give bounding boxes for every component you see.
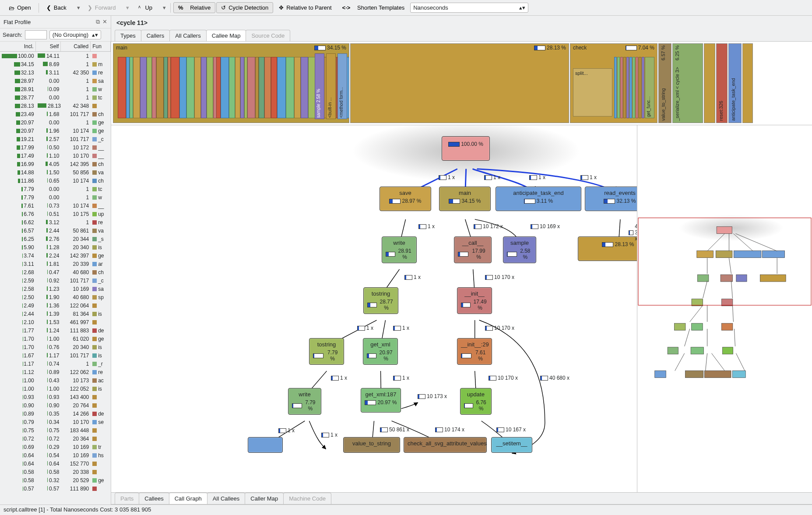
table-row[interactable]: 0.57 0.57111 890 — [0, 484, 111, 493]
treemap-block[interactable]: 28.13 % — [350, 43, 569, 123]
tab-types[interactable]: Types — [115, 30, 141, 41]
graph-node-getxml187[interactable]: get_xml:18720.97 % — [361, 388, 401, 413]
graph-node-setitem[interactable]: __setitem__ — [491, 437, 532, 453]
table-row[interactable]: 7.61 0.7310 174__ — [0, 201, 111, 210]
flat-table-header[interactable]: Incl. Self Called Fun — [0, 42, 111, 52]
cycle-detection-toggle[interactable]: ↺Cycle Detection — [216, 2, 273, 13]
table-row[interactable]: 1.17 0.741_r — [0, 360, 111, 368]
graph-node-save[interactable]: save 28.97 % — [380, 187, 431, 211]
table-row[interactable]: 5.90 1.2820 340is — [0, 243, 111, 251]
table-row[interactable]: 7.79 0.001tc — [0, 185, 111, 193]
table-row[interactable]: 20.97 0.001ge — [0, 118, 111, 127]
table-row[interactable]: 1.70 0.7620 340is — [0, 343, 111, 351]
treemap-block[interactable]: _serialize_xml < cycle 3>6.25 % — [672, 43, 703, 123]
close-icon[interactable]: ✕ — [102, 18, 107, 25]
up-dropdown[interactable]: ▾ — [158, 2, 168, 13]
table-row[interactable]: 1.70 1.0061 020ge — [0, 335, 111, 343]
graph-node-ant[interactable]: anticipate_task_end 3.11 % — [496, 187, 581, 211]
time-unit-select[interactable]: Nanoseconds▴▾ — [410, 3, 528, 13]
treemap-block[interactable] — [704, 43, 715, 123]
treemap-block[interactable] — [742, 43, 753, 123]
relative-toggle[interactable]: % Relative — [173, 2, 215, 13]
graph-node-tostring2[interactable]: tostring7.79 % — [309, 338, 344, 365]
table-row[interactable]: 6.76 0.5110 175up — [0, 210, 111, 218]
tab-callees[interactable]: Callees — [139, 493, 169, 504]
table-row[interactable]: 6.57 2.4450 861va — [0, 226, 111, 235]
graph-node-init29[interactable]: __init__:297.61 % — [457, 338, 492, 365]
table-row[interactable]: 1.77 1.24111 883de — [0, 326, 111, 335]
table-row[interactable]: 34.15 8.691m — [0, 60, 111, 68]
tab-all-callees[interactable]: All Callees — [207, 493, 245, 504]
graph-node-chkattr[interactable]: check_all_svg_attribute_values — [404, 437, 487, 453]
table-row[interactable]: 100.00 14.111 — [0, 52, 111, 60]
open-button[interactable]: 🗁Open — [4, 2, 36, 13]
back-button[interactable]: ❮Back — [42, 2, 71, 13]
table-row[interactable]: 7.79 0.001w — [0, 193, 111, 201]
callee-map[interactable]: main 34.15 %sample 2.58 %<built-in ...<m… — [111, 42, 812, 125]
table-row[interactable]: 20.97 1.9610 174ge — [0, 127, 111, 135]
table-row[interactable]: 0.72 0.7220 364 — [0, 434, 111, 443]
table-row[interactable]: 19.21 2.57101 717_c — [0, 135, 111, 143]
shorten-templates-toggle[interactable]: <·> Shorten Templates — [337, 2, 410, 13]
table-row[interactable]: 6.25 2.7620 344_s — [0, 235, 111, 243]
graph-node-call[interactable]: __call__17.99 % — [454, 236, 492, 263]
graph-node-init[interactable]: __init__17.49 % — [457, 287, 492, 314]
table-row[interactable]: 14.88 1.5050 856va — [0, 168, 111, 176]
table-row[interactable]: 23.49 1.68101 717ch — [0, 110, 111, 118]
table-row[interactable]: 0.75 0.75183 448 — [0, 426, 111, 434]
flat-table-body[interactable]: 100.00 14.11134.15 8.691m32.13 3.1142 35… — [0, 52, 111, 504]
tab-parts[interactable]: Parts — [115, 493, 139, 504]
table-row[interactable]: 6.62 3.121re — [0, 218, 111, 226]
table-row[interactable]: 2.10 1.53461 997 — [0, 318, 111, 326]
treemap-block[interactable]: reset:326 — [716, 43, 728, 123]
table-row[interactable]: 1.00 1.00122 052is — [0, 384, 111, 393]
table-row[interactable]: 0.64 0.64152 770 — [0, 459, 111, 468]
table-row[interactable]: 16.99 4.05142 395ch — [0, 160, 111, 168]
graph-node-write2[interactable]: write7.79 % — [288, 388, 321, 415]
tab-source-code[interactable]: Source Code — [246, 30, 290, 41]
table-row[interactable]: 1.12 0.89122 062re — [0, 368, 111, 376]
graph-node-write[interactable]: write28.91 % — [382, 236, 417, 263]
treemap-block[interactable]: anticipate_task_end — [728, 43, 742, 123]
table-row[interactable]: 28.13 28.1342 348 — [0, 102, 111, 110]
table-row[interactable]: 2.58 1.2310 169sa — [0, 285, 111, 293]
table-row[interactable]: 2.44 1.3981 364is — [0, 310, 111, 318]
tab-callee-map[interactable]: Callee Map — [206, 30, 246, 41]
minimap[interactable] — [637, 125, 812, 492]
call-graph[interactable]: 100.00 %save 28.97 %main 34.15 %anticipa… — [111, 125, 637, 492]
table-row[interactable]: 0.69 0.2910 169tr — [0, 443, 111, 451]
table-row[interactable]: 3.74 2.24142 397ge — [0, 251, 111, 260]
undock-icon[interactable]: ⧉ — [96, 18, 100, 25]
graph-node-read[interactable]: read_events 32.13 % — [585, 187, 637, 211]
relative-parent-toggle[interactable]: ✥Relative to Parent — [274, 2, 336, 13]
table-row[interactable]: 0.93 0.93143 400 — [0, 393, 111, 401]
table-row[interactable]: 28.91 0.091w — [0, 85, 111, 93]
graph-node-tostring[interactable]: tostring28.77 % — [363, 287, 398, 314]
graph-node-main[interactable]: main 34.15 % — [439, 187, 491, 211]
forward-button[interactable]: ❯Forward — [83, 2, 121, 13]
grouping-select[interactable]: (No Grouping)▴▾ — [49, 30, 101, 39]
table-row[interactable]: 0.58 0.5820 338 — [0, 468, 111, 476]
graph-node-v2s[interactable]: value_to_string — [343, 437, 400, 453]
table-row[interactable]: 2.59 0.92101 717_c — [0, 276, 111, 285]
tab-callers[interactable]: Callers — [141, 30, 170, 41]
treemap-block[interactable]: main 34.15 %sample 2.58 %<built-in ...<m… — [113, 43, 349, 123]
table-row[interactable]: 28.77 0.001tc — [0, 93, 111, 102]
table-row[interactable]: 3.11 1.8120 339ar — [0, 260, 111, 268]
table-row[interactable]: 28.97 0.001sa — [0, 77, 111, 85]
treemap-block[interactable]: value_to_string6.57 % — [658, 43, 671, 123]
graph-node-root[interactable]: 100.00 % — [442, 136, 490, 161]
table-row[interactable]: 0.79 0.3410 170se — [0, 418, 111, 426]
table-row[interactable]: 32.13 3.1142 350re — [0, 68, 111, 77]
tab-machine-code[interactable]: Machine Code — [283, 493, 331, 504]
table-row[interactable]: 1.67 1.17101 717is — [0, 351, 111, 360]
table-row[interactable]: 17.49 1.1010 170__ — [0, 152, 111, 160]
search-input[interactable] — [25, 30, 47, 39]
table-row[interactable]: 0.58 0.3220 529ge — [0, 476, 111, 484]
table-row[interactable]: 0.64 0.5410 169hs — [0, 451, 111, 459]
back-dropdown[interactable]: ▾ — [72, 2, 82, 13]
table-row[interactable]: 11.86 0.6510 174ch — [0, 176, 111, 185]
table-row[interactable]: 2.50 1.9040 680sp — [0, 293, 111, 301]
graph-node-update[interactable]: update6.76 % — [460, 388, 492, 415]
table-row[interactable]: 2.68 0.4740 680ch — [0, 268, 111, 276]
